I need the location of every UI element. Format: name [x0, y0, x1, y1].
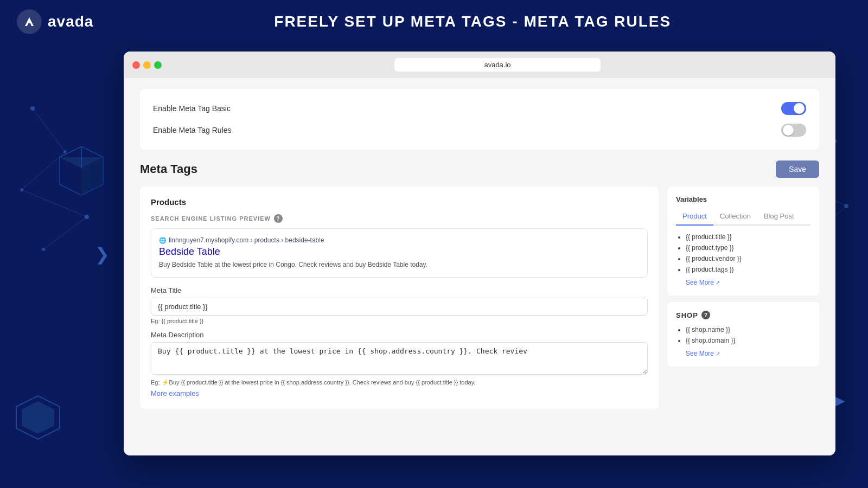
shop-help-icon[interactable]: ? — [701, 311, 710, 319]
search-engine-label: SEARCH ENGINE LISTING PREVIEW ? — [151, 214, 648, 223]
tab-blog-post[interactable]: Blog Post — [757, 210, 801, 226]
meta-title-input[interactable] — [151, 298, 648, 316]
variables-panel: Variables Product Collection Blog Post {… — [667, 187, 819, 296]
list-item: {{ shop.domain }} — [686, 337, 810, 344]
meta-description-input[interactable]: Buy {{ product.title }} at the lowest pr… — [151, 342, 648, 375]
list-item: {{ product.vendor }} — [686, 255, 810, 262]
meta-description-label: Meta Description — [151, 331, 648, 339]
maximize-button[interactable] — [154, 61, 162, 69]
svg-point-12 — [844, 204, 848, 208]
meta-tag-rules-row: Enable Meta Tag Rules — [153, 119, 806, 141]
svg-point-4 — [42, 248, 45, 251]
external-link-icon: ↗ — [716, 280, 720, 286]
minimize-button[interactable] — [143, 61, 151, 69]
logo-text: avada — [48, 13, 93, 30]
tab-product[interactable]: Product — [676, 210, 713, 226]
list-item: {{ shop.name }} — [686, 326, 810, 333]
meta-tag-basic-toggle[interactable] — [781, 102, 806, 115]
meta-tag-rules-label: Enable Meta Tag Rules — [153, 126, 232, 134]
list-item: {{ product.title }} — [686, 233, 810, 241]
meta-tag-basic-label: Enable Meta Tag Basic — [153, 104, 231, 113]
list-item: {{ product.tags }} — [686, 266, 810, 273]
preview-title: Bedside Table — [159, 246, 640, 258]
meta-tag-basic-thumb — [794, 103, 805, 114]
svg-point-1 — [63, 150, 67, 153]
meta-title-eg: Eg: {{ product.title }} — [151, 318, 648, 324]
svg-marker-25 — [60, 157, 103, 168]
meta-tags-section: Meta Tags Save Products SEARCH ENGINE LI… — [124, 160, 835, 420]
shop-header: SHOP ? — [676, 311, 810, 319]
list-item: {{ product.type }} — [686, 244, 810, 252]
svg-marker-24 — [60, 146, 103, 195]
shop-panel: SHOP ? {{ shop.name }} {{ shop.domain }}… — [667, 302, 819, 367]
svg-line-6 — [22, 152, 65, 190]
variable-tabs: Product Collection Blog Post — [676, 210, 810, 226]
svg-text:❯: ❯ — [95, 245, 110, 265]
meta-tag-rules-toggle[interactable] — [781, 124, 806, 137]
close-button[interactable] — [132, 61, 140, 69]
shop-variables-list: {{ shop.name }} {{ shop.domain }} — [676, 326, 810, 344]
shop-title: SHOP — [676, 311, 698, 319]
header-title: FREELY SET UP META TAGS - META TAG RULES — [93, 13, 852, 30]
right-column: Variables Product Collection Blog Post {… — [667, 187, 819, 409]
more-examples-link[interactable]: More examples — [151, 389, 199, 397]
avada-logo-icon — [16, 9, 42, 35]
svg-point-32 — [28, 20, 31, 23]
two-column-layout: Products SEARCH ENGINE LISTING PREVIEW ?… — [140, 187, 819, 409]
svg-point-3 — [85, 215, 89, 219]
product-variables-list: {{ product.title }} {{ product.type }} {… — [676, 233, 810, 273]
section-title: Meta Tags — [140, 162, 197, 176]
variables-see-more-link[interactable]: See More ↗ — [686, 279, 720, 286]
meta-description-eg: Eg: ⚡Buy {{ product.title }} at the lowe… — [151, 379, 648, 386]
browser-chrome: avada.io — [124, 52, 835, 78]
save-button[interactable]: Save — [776, 160, 819, 178]
header: avada FREELY SET UP META TAGS - META TAG… — [0, 0, 868, 43]
preview-description: Buy Bedside Table at the lowest price in… — [159, 260, 640, 269]
svg-marker-23 — [22, 401, 54, 434]
svg-point-2 — [20, 188, 23, 191]
svg-line-8 — [43, 217, 87, 249]
meta-title-label: Meta Title — [151, 286, 648, 294]
svg-point-0 — [30, 106, 35, 111]
meta-tag-basic-row: Enable Meta Tag Basic — [153, 98, 806, 119]
search-engine-help-icon[interactable]: ? — [274, 214, 283, 223]
address-bar[interactable]: avada.io — [394, 58, 601, 72]
traffic-lights — [132, 61, 162, 69]
browser-window: avada.io Enable Meta Tag Basic Enable Me… — [124, 52, 835, 455]
preview-url: 🌐 linhnguyen7.myshopify.com › products ›… — [159, 236, 640, 244]
shop-see-more-link[interactable]: See More ↗ — [686, 350, 720, 357]
tab-collection[interactable]: Collection — [713, 210, 757, 226]
products-title: Products — [151, 197, 648, 207]
products-panel: Products SEARCH ENGINE LISTING PREVIEW ?… — [140, 187, 659, 409]
search-preview: 🌐 linhnguyen7.myshopify.com › products ›… — [151, 228, 648, 278]
svg-marker-22 — [16, 396, 60, 439]
logo-area: avada — [16, 9, 93, 35]
globe-icon: 🌐 — [159, 237, 167, 244]
section-header: Meta Tags Save — [140, 160, 819, 178]
svg-line-5 — [33, 108, 65, 152]
meta-tag-rules-thumb — [783, 125, 794, 136]
toggle-section: Enable Meta Tag Basic Enable Meta Tag Ru… — [140, 89, 819, 150]
svg-line-7 — [22, 190, 87, 217]
svg-marker-26 — [81, 157, 103, 195]
external-link-icon-shop: ↗ — [716, 351, 720, 357]
variables-title: Variables — [676, 195, 810, 203]
browser-content: Enable Meta Tag Basic Enable Meta Tag Ru… — [124, 78, 835, 455]
